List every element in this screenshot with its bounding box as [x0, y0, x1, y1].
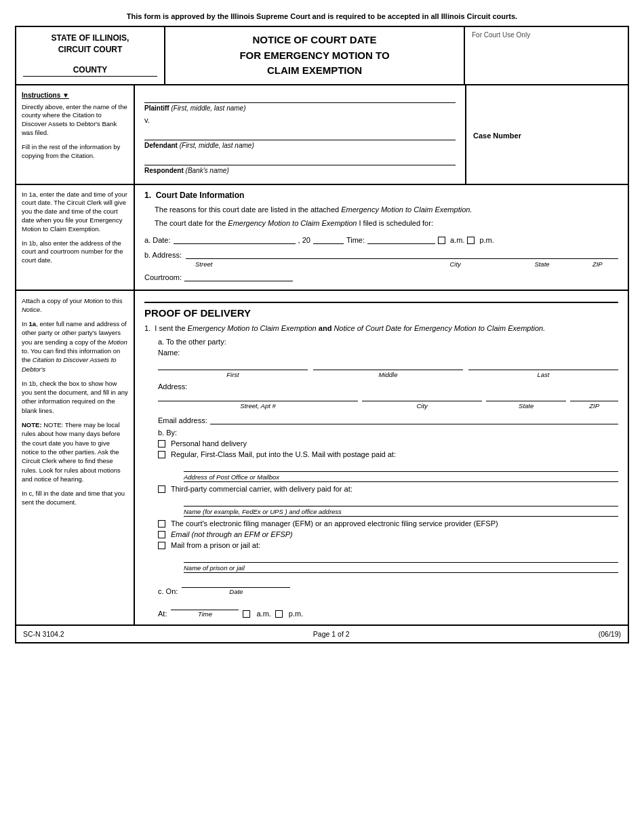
pm-checkbox[interactable]	[467, 237, 475, 244]
hand-delivery-checkbox[interactable]	[158, 440, 165, 448]
date-code: (06/19)	[599, 630, 621, 638]
top-notice: This form is approved by the Illinois Su…	[15, 12, 629, 20]
state-proof-group: State	[486, 391, 566, 410]
first-name-field[interactable]	[158, 359, 308, 370]
proof-section-row: Attach a copy of your Motion to this Not…	[16, 291, 628, 625]
post-office-field[interactable]	[184, 461, 618, 472]
plaintiff-label: Plaintiff (First, middle, last name)	[144, 104, 456, 112]
prison-field[interactable]	[184, 552, 618, 563]
middle-name-group: Middle	[313, 359, 463, 378]
respondent-field-line[interactable]	[144, 153, 456, 165]
last-label: Last	[468, 371, 618, 378]
proof-instr-1a: In 1a, enter full name and address of ot…	[22, 319, 128, 374]
right-col-case: Case Number	[465, 85, 628, 184]
email-checkbox[interactable]	[158, 531, 165, 538]
plaintiff-field-line[interactable]	[144, 91, 456, 103]
address-proof-label: Address:	[158, 382, 187, 391]
section1-row: In 1a, enter the date and time of your c…	[16, 185, 628, 291]
instruction-block-2: Fill in the rest of the information by c…	[22, 143, 128, 161]
street-apt-field[interactable]	[158, 391, 358, 401]
defendant-section: Defendant (First, middle, last name)	[144, 128, 456, 149]
proof-sub-c: c. On: Date At: Time a.m.	[158, 577, 618, 618]
address-label: b. Address:	[144, 251, 182, 259]
section1-main: 1. Court Date Information The reasons fo…	[135, 185, 628, 290]
carrier-field[interactable]	[184, 496, 618, 507]
address-sublabels: Street City State ZIP	[195, 260, 618, 268]
main-title: NOTICE OF COURT DATE FOR EMERGENCY MOTIO…	[239, 33, 389, 79]
street-apt-group: Street, Apt #	[158, 391, 358, 410]
post-office-label: Address of Post Office or Mailbox	[184, 473, 618, 482]
page: This form is approved by the Illinois Su…	[0, 0, 644, 834]
section1-title: 1. Court Date Information	[144, 191, 618, 200]
proof-main-col: PROOF OF DELIVERY 1. I sent the Emergenc…	[135, 291, 628, 625]
header-row: STATE OF ILLINOIS, CIRCUIT COURT COUNTY …	[16, 27, 628, 85]
respondent-section: Respondent (Bank's name)	[144, 153, 456, 174]
at-pm-checkbox[interactable]	[275, 610, 283, 618]
form-number: SC-N 3104.2	[23, 630, 64, 638]
email-field[interactable]	[210, 414, 618, 424]
state-proof-field[interactable]	[486, 391, 566, 401]
date-row: a. Date: , 20 Time: a.m. p.m.	[144, 233, 618, 244]
prison-checkbox[interactable]	[158, 542, 165, 549]
date-sublabel: Date	[182, 588, 290, 595]
email-label: Email address:	[158, 416, 207, 424]
year-field[interactable]	[313, 233, 344, 244]
case-number-label: Case Number	[473, 132, 621, 140]
footer-row: SC-N 3104.2 Page 1 of 2 (06/19)	[16, 624, 628, 642]
section1-para2: The court date for the Emergency Motion …	[144, 218, 618, 229]
time-sublabel: Time	[171, 610, 239, 618]
address-field[interactable]	[186, 248, 618, 259]
at-time-field[interactable]	[171, 599, 239, 610]
date-field[interactable]	[174, 233, 296, 244]
header-right-court-use: For Court Use Only	[465, 27, 628, 84]
state-title: STATE OF ILLINOIS, CIRCUIT COURT	[23, 33, 157, 56]
prison-field-row: Name of prison or jail	[184, 552, 618, 573]
section1-instructions-col: In 1a, enter the date and time of your c…	[16, 185, 135, 290]
time-field[interactable]	[367, 233, 435, 244]
delivery-option-email: Email (not through an EFM or EFSP)	[158, 530, 618, 538]
am-checkbox[interactable]	[438, 237, 445, 244]
city-proof-field[interactable]	[362, 391, 482, 401]
efm-checkbox[interactable]	[158, 520, 165, 528]
by-label: b. By:	[158, 429, 618, 437]
zip-proof-field[interactable]	[570, 391, 618, 401]
header-center: NOTICE OF COURT DATE FOR EMERGENCY MOTIO…	[165, 27, 465, 84]
defendant-field-line[interactable]	[144, 128, 456, 140]
delivery-option-efm: The court's electronic filing manager (E…	[158, 519, 618, 528]
section1-instr-1b: In 1b, also enter the address of the cou…	[22, 239, 128, 265]
address-proof-fields: Street, Apt # City State ZIP	[158, 391, 618, 410]
form-border: STATE OF ILLINOIS, CIRCUIT COURT COUNTY …	[15, 26, 629, 643]
middle-name-field[interactable]	[313, 359, 463, 370]
respondent-label: Respondent (Bank's name)	[144, 167, 456, 174]
to-other-party-label: a. To the other party:	[158, 338, 618, 346]
carrier-checkbox[interactable]	[158, 485, 165, 493]
mail-checkbox[interactable]	[158, 451, 165, 458]
delivery-option-carrier: Third-party commercial carrier, with del…	[158, 485, 618, 493]
plaintiff-section: Plaintiff (First, middle, last name) v.	[144, 91, 456, 124]
courtroom-field[interactable]	[184, 271, 293, 281]
at-am-checkbox[interactable]	[243, 610, 250, 618]
zip-proof-group: ZIP	[570, 391, 618, 410]
section1-instr-1a: In 1a, enter the date and time of your c…	[22, 191, 128, 234]
instruction-block-1: Directly above, enter the name of the co…	[22, 103, 128, 138]
address-section: b. Address: Street City State ZIP	[144, 248, 618, 268]
on-row: c. On: Date	[158, 577, 618, 595]
first-name-group: First	[158, 359, 308, 378]
header-left: STATE OF ILLINOIS, CIRCUIT COURT COUNTY	[16, 27, 165, 84]
street-apt-label: Street, Apt #	[158, 402, 358, 410]
on-date-field[interactable]	[182, 577, 290, 588]
proof-instr-c: In c, fill in the date and time that you…	[22, 489, 128, 507]
instructions-header: Instructions ▼	[22, 91, 128, 100]
address-row: b. Address:	[144, 248, 618, 259]
proof-instr-note: NOTE: NOTE: There may be local rules abo…	[22, 420, 128, 483]
proof-instructions-col: Attach a copy of your Motion to this Not…	[16, 291, 135, 625]
proof-sub-a: a. To the other party: Name: First	[158, 338, 618, 424]
vs-label: v.	[144, 116, 456, 124]
instructions-col: Instructions ▼ Directly above, enter the…	[16, 85, 135, 184]
proof-title: PROOF OF DELIVERY	[144, 302, 618, 319]
main-party-col: Plaintiff (First, middle, last name) v. …	[135, 85, 465, 184]
zip-proof-label: ZIP	[570, 402, 618, 410]
body-row: Instructions ▼ Directly above, enter the…	[16, 85, 628, 185]
last-name-field[interactable]	[468, 359, 618, 370]
middle-label: Middle	[313, 371, 463, 378]
